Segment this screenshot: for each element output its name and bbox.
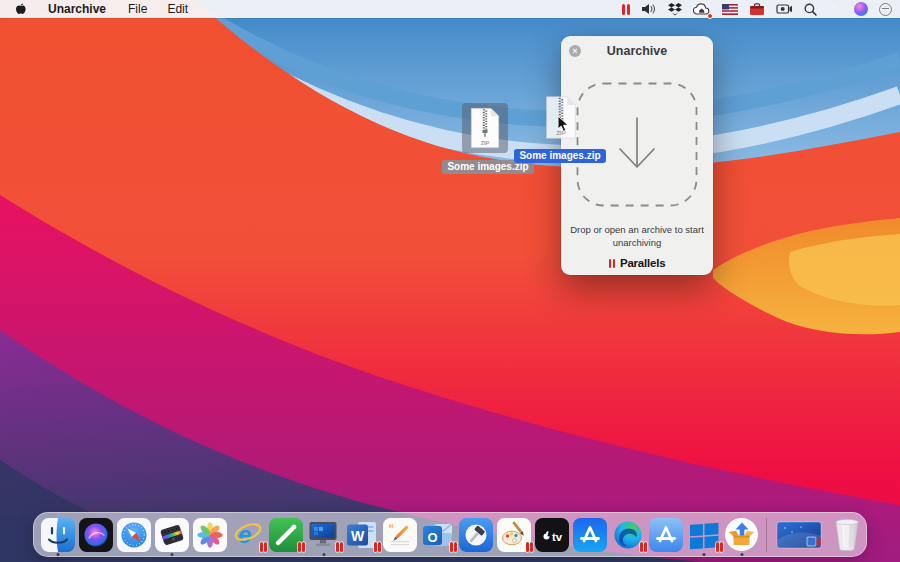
dragged-file-label: Some images.zip <box>514 145 606 163</box>
window-title: Unarchive <box>561 44 713 58</box>
parallels-badge <box>449 542 457 552</box>
parallels-badge <box>715 542 723 552</box>
dock-item-unarchive-tool[interactable] <box>724 512 759 557</box>
minus-circle-icon[interactable] <box>879 3 892 16</box>
dropbox-icon[interactable] <box>668 0 682 18</box>
spotlight-search-icon[interactable] <box>804 0 817 18</box>
svg-text:W: W <box>350 528 364 544</box>
desktop-wallpaper[interactable] <box>0 0 900 562</box>
menu-edit[interactable]: Edit <box>157 2 198 16</box>
svg-text:“: “ <box>388 522 394 534</box>
running-indicator <box>702 553 705 556</box>
input-source-us-flag-icon[interactable] <box>722 0 738 18</box>
home-cloud-icon[interactable] <box>693 0 711 18</box>
dock-item-outlook[interactable]: O <box>420 512 455 557</box>
running-indicator <box>170 553 173 556</box>
dock-item-app-store[interactable] <box>572 512 607 557</box>
dock-item-apple-tv[interactable]: tv <box>534 512 569 557</box>
volume-icon[interactable] <box>641 0 657 18</box>
dock-item-word[interactable]: W <box>344 512 379 557</box>
app-store-icon <box>573 518 607 552</box>
drop-hint-text: Drop or open an archive to start unarchi… <box>567 224 707 250</box>
dock-item-siri[interactable] <box>78 512 113 557</box>
dock-item-xcode[interactable] <box>458 512 493 557</box>
camcorder-icon[interactable] <box>776 0 793 18</box>
apple-tv-icon: tv <box>535 518 569 552</box>
parallels-badge <box>525 542 533 552</box>
xcode-icon <box>459 518 493 552</box>
dock-item-paint[interactable] <box>496 512 531 557</box>
dock-item-internet-explorer[interactable]: e <box>230 512 265 557</box>
parallels-badge <box>297 542 305 552</box>
app-store-alt-icon <box>649 518 683 552</box>
dock: e <box>33 512 867 557</box>
desktop-zip-file[interactable]: ZIP <box>462 103 508 153</box>
dock-item-pages[interactable]: “ <box>382 512 417 557</box>
safari-icon <box>117 518 151 552</box>
dock-item-photo-booth[interactable] <box>154 512 189 557</box>
parallels-badge <box>259 542 267 552</box>
screen: Unarchive File Edit <box>0 0 900 562</box>
photos-icon <box>193 518 227 552</box>
finder-icon <box>41 518 75 552</box>
svg-text:tv: tv <box>552 530 563 542</box>
dock-item-safari[interactable] <box>116 512 151 557</box>
apple-menu[interactable] <box>0 0 36 18</box>
down-arrow-icon <box>620 118 654 167</box>
dock-item-minimized-vm-window[interactable] <box>774 512 824 557</box>
running-indicator <box>740 553 743 556</box>
unarchive-box-icon <box>724 517 759 552</box>
running-indicator <box>56 553 59 556</box>
dock-divider <box>766 518 767 552</box>
dock-item-edge[interactable] <box>610 512 645 557</box>
dock-item-finder[interactable] <box>40 512 75 557</box>
dock-item-trash[interactable] <box>827 512 867 557</box>
dock-item-windows-start[interactable] <box>686 512 721 557</box>
siri-menubar-icon[interactable] <box>854 2 868 16</box>
minimized-window-thumbnail <box>776 520 822 550</box>
parallels-bars-icon <box>609 254 617 272</box>
dock-item-photos[interactable] <box>192 512 227 557</box>
photo-booth-icon <box>155 518 189 552</box>
mouse-cursor <box>557 115 570 133</box>
app-menu-title[interactable]: Unarchive <box>36 2 118 16</box>
parallels-badge <box>639 542 647 552</box>
parallels-toolbox-icon[interactable] <box>749 0 765 18</box>
siri-icon <box>79 518 113 552</box>
svg-text:ZIP: ZIP <box>481 140 490 146</box>
parallels-brand: Parallels <box>561 254 713 272</box>
dock-item-windows-pc[interactable] <box>306 512 341 557</box>
menu-file[interactable]: File <box>118 2 157 16</box>
running-indicator <box>322 553 325 556</box>
apple-icon <box>14 2 26 16</box>
control-center-icon[interactable] <box>828 4 843 15</box>
svg-text:O: O <box>427 529 437 544</box>
menu-bar: Unarchive File Edit <box>0 0 900 18</box>
trash-icon <box>832 517 862 552</box>
pages-icon: “ <box>383 518 417 552</box>
dock-item-app-store-alt[interactable] <box>648 512 683 557</box>
zip-file-icon: ZIP <box>468 107 502 149</box>
parallels-badge <box>335 542 343 552</box>
parallels-badge <box>373 542 381 552</box>
dock-item-pencil-green[interactable] <box>268 512 303 557</box>
parallels-menubar-icon[interactable] <box>620 0 630 18</box>
